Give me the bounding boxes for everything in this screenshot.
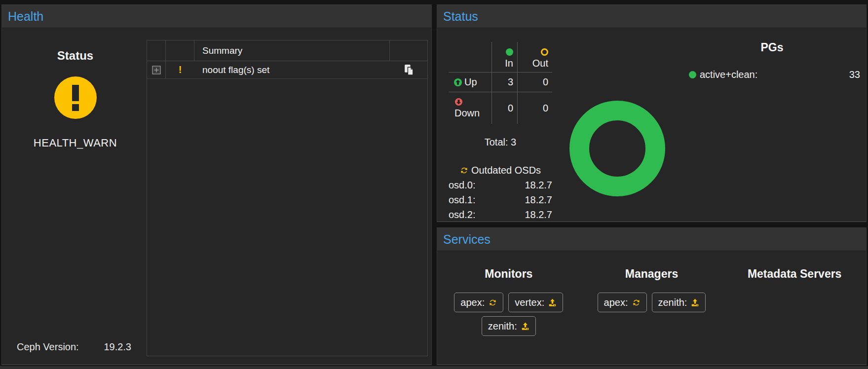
expand-plus-icon[interactable] bbox=[152, 66, 161, 74]
services-group-metadata-servers: Metadata Servers bbox=[723, 251, 866, 365]
copy-icon[interactable] bbox=[404, 64, 414, 75]
osd-up-in-value: 3 bbox=[492, 73, 518, 92]
status-panel-title: Status bbox=[443, 9, 478, 24]
in-dot-icon bbox=[506, 48, 513, 56]
metadata-servers-heading: Metadata Servers bbox=[723, 267, 866, 281]
service-badge-mgr-apex: apex: bbox=[598, 293, 647, 312]
osd-up-row-header: Up bbox=[449, 73, 492, 92]
pgs-donut-chart bbox=[569, 101, 665, 196]
pgs-legend-block: PGs active+clean: 33 bbox=[684, 41, 860, 80]
warning-exclamation-dot bbox=[72, 104, 79, 111]
warning-icon: ! bbox=[179, 64, 182, 75]
action-cell[interactable] bbox=[390, 61, 427, 78]
sync-icon bbox=[489, 298, 497, 307]
action-column-header bbox=[390, 40, 427, 61]
outdated-osds-title-row: Outdated OSDs bbox=[449, 165, 552, 176]
health-panel-title: Health bbox=[8, 9, 43, 24]
managers-heading: Managers bbox=[580, 267, 723, 281]
out-ring-icon bbox=[541, 48, 548, 56]
service-badge-mon-apex: apex: bbox=[454, 293, 503, 312]
outdated-osds-block: Outdated OSDs osd.0: 18.2.7 osd.1: 18.2.… bbox=[449, 165, 552, 221]
spacer bbox=[475, 209, 525, 221]
active-clean-dot-icon bbox=[689, 71, 696, 78]
osd-name: osd.0: bbox=[449, 180, 475, 191]
list-item: osd.1: 18.2.7 bbox=[449, 194, 552, 206]
out-label: Out bbox=[532, 58, 548, 69]
outdated-osds-title: Outdated OSDs bbox=[471, 165, 541, 176]
service-name: vertex: bbox=[515, 297, 544, 308]
ceph-version-row: Ceph Version: 19.2.3 bbox=[17, 341, 131, 353]
monitors-heading: Monitors bbox=[437, 267, 580, 281]
table-row[interactable]: ! noout flag(s) set bbox=[147, 61, 427, 79]
health-state-text: HEALTH_WARN bbox=[2, 137, 149, 149]
down-label: Down bbox=[454, 108, 480, 119]
list-item: osd.0: 18.2.7 bbox=[449, 180, 552, 191]
health-panel-body: Status HEALTH_WARN Ceph Version: 19.2.3 … bbox=[2, 28, 431, 365]
spacer bbox=[475, 180, 525, 191]
health-panel: Health Status HEALTH_WARN Ceph Version: … bbox=[1, 4, 432, 365]
osd-out-column-header: Out bbox=[518, 42, 552, 73]
health-status-heading: Status bbox=[2, 49, 149, 63]
osd-down-out-value: 0 bbox=[518, 92, 552, 124]
list-item: osd.2: 18.2.7 bbox=[449, 209, 552, 221]
up-label: Up bbox=[464, 76, 477, 88]
pgs-legend-item: active+clean: 33 bbox=[684, 69, 860, 80]
pgs-legend-value: 33 bbox=[849, 69, 860, 80]
osd-version: 18.2.7 bbox=[525, 180, 552, 191]
status-panel-body: In Out Up 3 0 bbox=[437, 28, 866, 221]
service-badge-mon-vertex: vertex: bbox=[508, 293, 563, 312]
health-warning-icon bbox=[54, 76, 97, 119]
bottom-scroll-strip bbox=[0, 366, 868, 369]
ceph-version-label: Ceph Version: bbox=[17, 341, 79, 353]
monitors-badges: apex: vertex: bbox=[437, 293, 580, 336]
service-name: zenith: bbox=[488, 321, 517, 332]
service-badge-mon-zenith: zenith: bbox=[482, 316, 536, 336]
circle-arrow-down-icon bbox=[454, 98, 463, 106]
sync-icon bbox=[632, 298, 641, 307]
service-name: apex: bbox=[604, 297, 628, 308]
severity-column-header bbox=[166, 40, 194, 61]
osd-table-corner-cell bbox=[449, 42, 492, 73]
osd-name: osd.2: bbox=[449, 209, 475, 221]
table-empty-area bbox=[147, 79, 427, 356]
spacer bbox=[475, 194, 525, 206]
services-panel-title: Services bbox=[443, 232, 491, 247]
ceph-dashboard: Health Status HEALTH_WARN Ceph Version: … bbox=[0, 0, 868, 369]
service-name: apex: bbox=[460, 297, 485, 308]
expand-column-header bbox=[147, 40, 166, 61]
upload-icon bbox=[691, 298, 699, 307]
severity-cell: ! bbox=[166, 61, 194, 78]
osd-down-in-value: 0 bbox=[492, 92, 518, 124]
osd-name: osd.1: bbox=[449, 194, 475, 206]
osd-in-column-header: In bbox=[492, 42, 518, 73]
health-summary-table: Summary ! noout bbox=[147, 40, 428, 356]
managers-badges: apex: zenith: bbox=[580, 293, 723, 312]
osd-down-row-header: Down bbox=[449, 92, 492, 124]
services-group-monitors: Monitors apex: vertex: bbox=[437, 251, 580, 365]
upload-icon bbox=[548, 298, 557, 307]
services-group-managers: Managers apex: zenith: bbox=[580, 251, 723, 365]
service-name: zenith: bbox=[658, 297, 687, 308]
osd-total-text: Total: 3 bbox=[449, 137, 552, 148]
sync-icon bbox=[460, 166, 468, 175]
circle-arrow-up-icon bbox=[453, 78, 462, 87]
services-panel-body: Monitors apex: vertex: bbox=[437, 251, 866, 365]
ceph-version-value: 19.2.3 bbox=[104, 341, 131, 353]
summary-column-header[interactable]: Summary bbox=[194, 40, 390, 61]
services-panel-header: Services bbox=[437, 228, 866, 251]
upload-icon bbox=[521, 322, 529, 331]
expand-cell[interactable] bbox=[147, 61, 166, 78]
osd-up-out-value: 0 bbox=[518, 73, 552, 92]
health-table-header-row: Summary bbox=[147, 40, 427, 61]
pgs-title: PGs bbox=[684, 41, 860, 54]
status-panel-header: Status bbox=[437, 5, 866, 28]
osd-version: 18.2.7 bbox=[525, 209, 552, 221]
health-status-column: Status HEALTH_WARN Ceph Version: 19.2.3 bbox=[2, 28, 149, 365]
warning-exclamation-bar bbox=[72, 85, 79, 101]
osd-version: 18.2.7 bbox=[525, 194, 552, 206]
services-panel: Services Monitors apex: bbox=[437, 227, 867, 365]
spacer bbox=[79, 341, 104, 353]
health-panel-header: Health bbox=[2, 5, 431, 28]
osd-updown-table: In Out Up 3 0 bbox=[449, 42, 552, 124]
service-badge-mgr-zenith: zenith: bbox=[652, 293, 706, 312]
